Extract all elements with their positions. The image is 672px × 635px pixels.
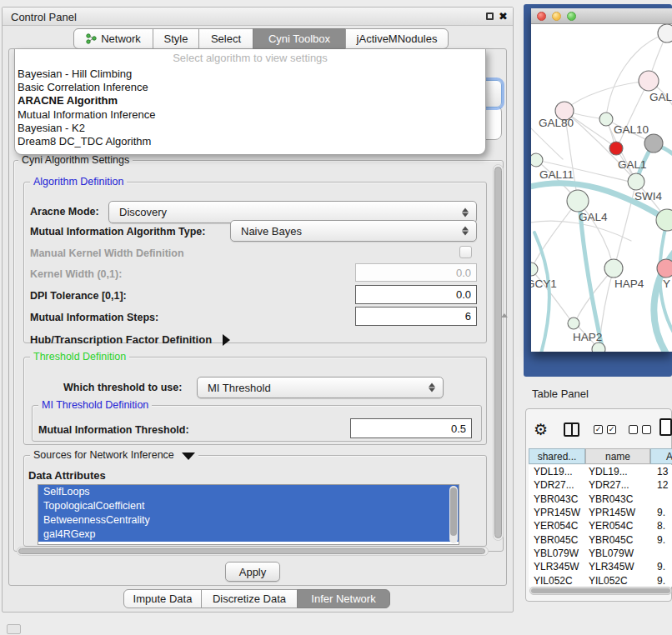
- mi-threshold-label: Mutual Information Threshold:: [38, 424, 189, 436]
- dropdown-item[interactable]: Bayesian - K2: [17, 122, 484, 135]
- network-node-label: GAL80: [539, 117, 574, 129]
- table-row[interactable]: YBL079WYBL079W: [529, 547, 672, 560]
- dpi-tolerance-label: DPI Tolerance [0,1]:: [30, 290, 127, 302]
- data-attributes-label: Data Attributes: [28, 469, 106, 482]
- split-columns-icon[interactable]: [564, 422, 579, 437]
- mi-steps-input[interactable]: [355, 307, 477, 326]
- list-item[interactable]: SelfLoops: [38, 485, 459, 499]
- group-title: Algorithm Definition: [30, 176, 127, 188]
- list-item[interactable]: BetweennessCentrality: [38, 513, 459, 528]
- table-cell: YER054C: [529, 520, 585, 532]
- network-node[interactable]: [609, 142, 623, 155]
- tab-impute-data[interactable]: Impute Data: [123, 589, 202, 608]
- settings-horizontal-scrollbar-thumb[interactable]: [18, 548, 485, 554]
- close-traffic-light-icon[interactable]: [537, 12, 546, 21]
- network-node[interactable]: [628, 173, 644, 190]
- hub-definition-toggle[interactable]: Hub/Transcription Factor Definition: [30, 333, 230, 346]
- spinner-arrows-icon: [429, 382, 435, 393]
- table-row[interactable]: YDL19...YDL19...13: [529, 465, 672, 478]
- network-node[interactable]: [531, 153, 543, 167]
- manual-kernel-checkbox[interactable]: [459, 246, 472, 258]
- list-item[interactable]: gal4RGexp: [38, 528, 459, 542]
- table-row[interactable]: YBR043CYBR043C: [529, 492, 672, 506]
- table-cell: YIL052C: [585, 575, 650, 587]
- table-cell: YBR043C: [585, 493, 650, 505]
- table-horizontal-scrollbar-thumb[interactable]: [531, 588, 670, 593]
- tab-label: Infer Network: [311, 592, 375, 605]
- tab-cyni-toolbox[interactable]: Cyni Toolbox: [253, 28, 346, 49]
- expand-right-icon: [223, 334, 230, 346]
- table-row[interactable]: YDR27...YDR27...12: [529, 478, 672, 492]
- mi-threshold-input[interactable]: [350, 418, 472, 438]
- which-threshold-combobox[interactable]: MI Threshold: [197, 377, 444, 398]
- mi-type-combobox[interactable]: Naive Bayes: [230, 220, 477, 242]
- apply-button[interactable]: Apply: [225, 562, 280, 582]
- spinner-arrows-icon: [462, 226, 469, 237]
- spinner-arrows-icon: [462, 207, 469, 218]
- network-node[interactable]: [657, 259, 672, 278]
- dropdown-placeholder: Select algorithm to view settings: [15, 52, 485, 64]
- table-row[interactable]: YPR145WYPR145W9.: [529, 506, 672, 519]
- unchecked-checkbox-icon[interactable]: [629, 425, 638, 434]
- network-node[interactable]: [567, 190, 589, 212]
- tab-jactivemnodules[interactable]: jActiveMNodules: [345, 28, 449, 49]
- column-header-name[interactable]: name: [585, 448, 650, 464]
- dropdown-item[interactable]: Bayesian - Hill Climbing: [17, 68, 484, 81]
- minimize-traffic-light-icon[interactable]: [552, 12, 561, 21]
- kernel-width-input[interactable]: [355, 263, 477, 282]
- table-cell: YBL079W: [585, 548, 650, 559]
- list-scrollbar-thumb[interactable]: [450, 488, 457, 536]
- tab-select[interactable]: Select: [198, 28, 253, 49]
- sources-toggle[interactable]: Sources for Network Inference: [30, 449, 198, 461]
- table-cell: YDL19...: [529, 466, 585, 478]
- unchecked-checkbox-icon[interactable]: [642, 425, 651, 434]
- network-node[interactable]: [644, 134, 663, 152]
- table-cell: YLR345W: [529, 561, 585, 572]
- table-row[interactable]: YBR045CYBR045C9.: [529, 532, 672, 546]
- tab-infer-network[interactable]: Infer Network: [297, 589, 390, 608]
- network-node-label: Y: [663, 278, 670, 290]
- table-body: YDL19...YDL19...13YDR27...YDR27...12YBR0…: [529, 465, 672, 587]
- table-row[interactable]: YIL052CYIL052C9.: [529, 573, 672, 587]
- document-icon[interactable]: [659, 418, 672, 436]
- column-header-shared[interactable]: shared...: [529, 448, 585, 464]
- zoom-traffic-light-icon[interactable]: [567, 12, 576, 21]
- table-cell: 9.: [650, 507, 672, 518]
- network-node[interactable]: [604, 259, 623, 278]
- kernel-width-label: Kernel Width (0,1):: [30, 268, 122, 280]
- network-node[interactable]: [592, 342, 605, 352]
- table-row[interactable]: YER054CYER054C8.: [529, 519, 672, 532]
- collapsed-panel-icon[interactable]: [7, 624, 21, 634]
- network-node[interactable]: [599, 112, 613, 126]
- tab-label: Network: [101, 32, 141, 45]
- checked-checkbox-icon[interactable]: ✓: [594, 425, 603, 434]
- combo-value: Discovery: [119, 206, 167, 218]
- dropdown-item[interactable]: ARACNE Algorithm: [17, 94, 484, 108]
- pane-splitter-caret-icon[interactable]: [501, 313, 508, 318]
- table-cell: YDL19...: [585, 466, 650, 478]
- network-node[interactable]: [658, 24, 672, 42]
- tab-discretize-data[interactable]: Discretize Data: [201, 589, 298, 608]
- checked-checkbox-icon[interactable]: ✓: [607, 425, 616, 434]
- dropdown-item[interactable]: Basic Correlation Inference: [17, 81, 484, 94]
- table-cell: YPR145W: [585, 507, 650, 518]
- dropdown-item[interactable]: Mutual Information Inference: [17, 108, 484, 122]
- gear-icon[interactable]: ⚙: [534, 420, 548, 439]
- float-window-icon[interactable]: [486, 12, 494, 20]
- network-node[interactable]: [531, 262, 538, 276]
- close-icon[interactable]: ✖: [499, 10, 508, 22]
- data-attributes-list: SelfLoops TopologicalCoefficient Between…: [38, 484, 459, 545]
- dropdown-item[interactable]: Dream8 DC_TDC Algorithm: [17, 135, 484, 148]
- tab-network[interactable]: Network: [73, 28, 153, 49]
- network-node[interactable]: [568, 318, 579, 329]
- table-cell: YBL079W: [529, 548, 585, 559]
- dpi-tolerance-input[interactable]: [355, 285, 477, 304]
- list-item[interactable]: TopologicalCoefficient: [38, 499, 459, 513]
- network-node[interactable]: [639, 71, 659, 91]
- network-canvas[interactable]: GALGAL80GAL10GAL1GAL11SWI4GAL4GCY1HAP4YH…: [531, 24, 672, 352]
- tab-style[interactable]: Style: [153, 28, 199, 49]
- column-header-partial[interactable]: A: [650, 448, 672, 464]
- apply-label: Apply: [239, 566, 267, 578]
- table-row[interactable]: YLR345WYLR345W9.: [529, 560, 672, 573]
- settings-vertical-scrollbar-thumb[interactable]: [494, 167, 502, 538]
